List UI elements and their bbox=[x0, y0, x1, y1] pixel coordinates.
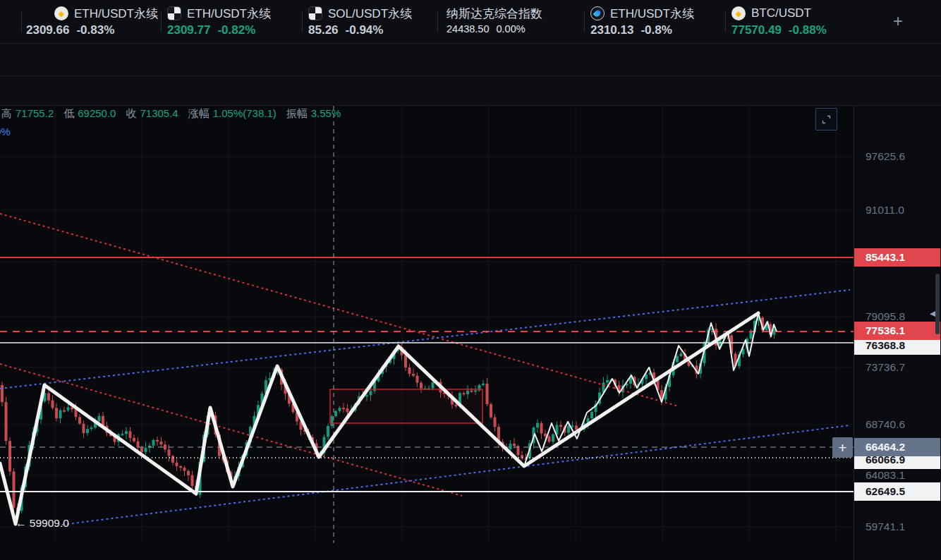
ticker-symbol: SOL/USDT永续 bbox=[328, 6, 412, 22]
huobi-icon bbox=[590, 6, 605, 20]
divider bbox=[725, 11, 726, 32]
ticker-tab[interactable]: ◆ETH/USDT永续2309.66-0.83% bbox=[26, 5, 158, 42]
legend-item: 振幅3.55% bbox=[286, 107, 341, 121]
ticker-symbol: BTC/USDT bbox=[751, 6, 811, 20]
axis-price-label: 97625.6 bbox=[866, 150, 905, 163]
ticker-price: 77570.49 bbox=[731, 23, 782, 37]
axis-price-label: 64083.1 bbox=[866, 469, 905, 482]
ticker-symbol: 纳斯达克综合指数 bbox=[447, 6, 542, 22]
divider bbox=[437, 11, 438, 32]
ticker-price: 2310.13 bbox=[590, 23, 633, 37]
ticker-change: -0.94% bbox=[346, 23, 384, 37]
drawing-toolbar: 筹 bbox=[0, 76, 941, 106]
chart-area[interactable]: 高71755.2低69250.0收71305.4涨幅1.05%(738.1)振幅… bbox=[0, 106, 854, 560]
maximize-pane-icon[interactable] bbox=[815, 108, 837, 130]
ticker-tab[interactable]: ◆BTC/USDT77570.49-0.88% bbox=[731, 5, 827, 42]
timeframe-bar: 5分15分30分分时1时4时12时1日周K月K 0s bbox=[0, 44, 941, 76]
ohlc-legend: 高71755.2低69250.0收71305.4涨幅1.05%(738.1)振幅… bbox=[1, 107, 341, 121]
axis-price-label: 73736.7 bbox=[866, 361, 905, 374]
add-ticker-button[interactable]: + bbox=[893, 13, 903, 30]
ticker-symbol: ETH/USDT永续 bbox=[187, 6, 271, 22]
flame-icon bbox=[593, 9, 602, 18]
legend-item: 涨幅1.05%(738.1) bbox=[188, 107, 277, 121]
ticker-change: -0.8% bbox=[641, 23, 672, 37]
ticker-tab[interactable]: ETH/USDT永续2310.13-0.8% bbox=[590, 5, 694, 42]
price-badge-red: 85443.1 bbox=[854, 248, 940, 267]
divider bbox=[584, 11, 585, 32]
candlestick-chart[interactable] bbox=[0, 106, 854, 560]
ticker-price: 85.26 bbox=[308, 23, 339, 37]
price-axis[interactable]: 97625.691011.079095.873736.768740.664083… bbox=[854, 106, 941, 560]
ticker-change: -0.82% bbox=[217, 23, 255, 37]
legend-item: 收71305.4 bbox=[126, 107, 178, 121]
checker-icon bbox=[167, 6, 181, 20]
ticker-bar: ◆ETH/USDT永续2309.66-0.83%ETH/USDT永续2309.7… bbox=[0, 0, 941, 44]
price-badge-slate: 66464.2 bbox=[854, 438, 940, 456]
axis-price-label: 59741.1 bbox=[866, 521, 905, 533]
ticker-tab[interactable]: ETH/USDT永续2309.77-0.82% bbox=[167, 5, 271, 42]
ticker-price: 2309.77 bbox=[167, 23, 210, 37]
legend-item: 低69250.0 bbox=[63, 107, 116, 121]
checker-icon bbox=[308, 6, 322, 20]
price-badge-red: 77536.1 bbox=[854, 322, 940, 340]
legend-item: 高71755.2 bbox=[1, 107, 54, 121]
ticker-change: -0.83% bbox=[76, 23, 114, 37]
axis-price-label: 91011.0 bbox=[866, 204, 904, 217]
ticker-symbol: ETH/USDT永续 bbox=[74, 6, 158, 22]
trading-app: ◆ETH/USDT永续2309.66-0.83%ETH/USDT永续2309.7… bbox=[0, 0, 941, 560]
ticker-change: -0.88% bbox=[789, 23, 827, 37]
divider bbox=[161, 11, 162, 32]
ticker-tab[interactable]: 纳斯达克综合指数24438.500.00% bbox=[447, 5, 542, 42]
price-arrow-label: ← 59909.0 bbox=[16, 517, 69, 530]
binance-icon: ◆ bbox=[54, 6, 68, 20]
ticker-price: 24438.50 bbox=[447, 23, 489, 35]
divider bbox=[21, 11, 22, 32]
indicator-partial-label: 0% bbox=[0, 126, 11, 138]
ticker-price: 2309.66 bbox=[26, 23, 69, 37]
axis-scrollbar[interactable] bbox=[935, 274, 940, 334]
ticker-change: 0.00% bbox=[496, 23, 525, 35]
ticker-symbol: ETH/USDT永续 bbox=[610, 6, 694, 22]
binance-icon: ◆ bbox=[731, 6, 746, 20]
ticker-tab[interactable]: SOL/USDT永续85.26-0.94% bbox=[308, 5, 412, 42]
price-badge-white: 62649.5 bbox=[854, 482, 940, 501]
divider bbox=[302, 11, 303, 32]
crosshair-add-alert-button[interactable]: + bbox=[832, 437, 853, 458]
axis-price-label: 68740.6 bbox=[866, 418, 905, 431]
